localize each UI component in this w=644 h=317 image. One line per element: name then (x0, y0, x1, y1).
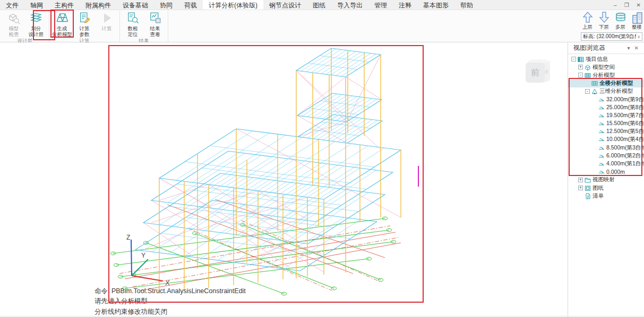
panel-title: 视图浏览器 (573, 43, 625, 52)
menu-item-main-members[interactable]: 主构件 (49, 0, 80, 10)
tree-item-view-mapping[interactable]: + 视图映射 (568, 176, 644, 184)
expander-icon[interactable]: + (578, 178, 583, 182)
generate-analysis-model-button[interactable]: 生成 分析模型 (51, 10, 73, 37)
menu-item-collaboration[interactable]: 协同 (154, 0, 178, 10)
sheet-icon (585, 185, 591, 191)
menu-item-basic-shapes[interactable]: 基本图形 (417, 0, 454, 10)
view-tools: 上层 下层 多层 整楼 (580, 11, 644, 31)
tree-item-level-3[interactable]: 8.500m(第3自然层) (568, 144, 644, 152)
level-icon (598, 120, 605, 127)
tree-item-model-space[interactable]: + 模型空间 (568, 63, 644, 71)
menu-item-grid[interactable]: 轴网 (24, 0, 49, 10)
level-icon (598, 153, 605, 159)
view-cube[interactable]: 右 前 (526, 60, 550, 84)
restore-button[interactable]: ❐ (624, 2, 629, 8)
command-line-3: 分析线约束修改功能关闭 (95, 307, 246, 317)
tree-item-project-info[interactable]: - 项目信息 (568, 55, 644, 63)
project-info-icon (578, 56, 584, 63)
structural-wireframe-model[interactable]: Z Y X (109, 46, 423, 302)
level-icon (598, 112, 605, 119)
whole-building-button[interactable]: 整楼 (630, 11, 644, 31)
command-line-output: 命令: PBBim.Tool.Struct.AnalysisLineConstr… (95, 286, 246, 317)
floor-slab-outlines (135, 48, 401, 271)
level-icon (598, 161, 605, 167)
ribbon-group-results: 数检 定位 结果 查看 结果 (120, 10, 168, 42)
folder-icon (585, 177, 591, 183)
menu-item-equipment-foundation[interactable]: 设备基础 (117, 0, 154, 10)
level-icon (598, 104, 605, 111)
tree-item-level-7[interactable]: 19.500m(第7自然层) (568, 111, 644, 119)
menu-item-loads[interactable]: 荷载 (178, 0, 203, 10)
arrow-up-icon (582, 11, 594, 24)
truss-icon (55, 11, 69, 25)
upper-floor-button[interactable]: 上层 (580, 11, 595, 31)
divide-design-layer-button[interactable]: 划分 设计层 (25, 10, 47, 37)
command-line-1: 命令: PBBim.Tool.Struct.AnalysisLineConstr… (95, 286, 246, 296)
ribbon-group-design-layer: 模型 检查 划分 设计层 设计层 (1, 10, 49, 42)
panel-header: 视图浏览器 ▾ ✕ (568, 42, 644, 54)
expander-icon[interactable]: - (578, 73, 583, 77)
menu-item-analysis-selected[interactable]: 计算分析(体验版) (203, 0, 263, 10)
calculate-button[interactable]: 计算 (96, 10, 118, 31)
close-button[interactable]: ✕ (637, 2, 641, 8)
level-icon (598, 128, 605, 135)
command-line-2: 请先进入分析模型 (95, 296, 246, 306)
calculation-parameters-button[interactable]: 计算 参数 (73, 10, 96, 37)
data-check-locate-button[interactable]: 数检 定位 (122, 10, 144, 37)
document-magnifier-icon (126, 11, 140, 25)
document-chart-icon (148, 11, 162, 25)
tree-item-level-9[interactable]: 32.000m(第9自然层) (568, 95, 644, 103)
tree-item-list[interactable]: 清单 (568, 192, 644, 200)
level-icon (598, 169, 605, 175)
menu-item-attached-members[interactable]: 附属构件 (80, 0, 117, 10)
tree-item-3d-analysis-model[interactable]: - 三维分析模型 (568, 87, 644, 95)
view-cube-front-face[interactable]: 前 (526, 63, 545, 83)
grid-axis-bubbles (111, 217, 396, 295)
tree-item-level-2[interactable]: 6.000m(第2自然层) (568, 152, 644, 160)
tree-item-drawings[interactable]: + 图纸 (568, 184, 644, 192)
tree-item-level-0[interactable]: 0.000m (568, 168, 644, 176)
multi-floor-button[interactable]: 多层 (613, 11, 628, 31)
document-icon (585, 193, 591, 199)
tree-item-whole-building-analysis-model[interactable]: 全楼分析模型 (568, 80, 644, 87)
expander-icon[interactable]: + (578, 186, 583, 190)
three-d-model-icon (591, 88, 598, 94)
menu-item-drawings[interactable]: 图纸 (307, 0, 331, 10)
view-browser-panel: 视图浏览器 ▾ ✕ - 项目信息 + 模型空间 - 分析模型 (568, 42, 644, 317)
model-check-button[interactable]: 模型 检查 (3, 10, 25, 37)
expander-icon[interactable]: - (585, 89, 590, 94)
minimize-button[interactable]: – (614, 2, 617, 8)
tree-item-level-1[interactable]: 4.000m(第1自然层) (568, 160, 644, 168)
arrow-down-icon (598, 11, 610, 24)
tree-item-analysis-model[interactable]: - 分析模型 (568, 71, 644, 79)
panel-collapse-icon[interactable]: ▾ (625, 45, 632, 51)
expander-icon[interactable]: - (571, 57, 576, 61)
menu-item-help[interactable]: 帮助 (454, 0, 479, 10)
panel-close-icon[interactable]: ✕ (632, 45, 641, 51)
axis-y-label: Y (141, 252, 145, 259)
axis-x-label: X (165, 279, 170, 287)
level-icon (598, 145, 605, 151)
menu-item-import-export[interactable]: 导入导出 (331, 0, 368, 10)
menu-item-manage[interactable]: 管理 (368, 0, 393, 10)
analysis-model-icon (585, 72, 591, 78)
document-pen-icon (78, 11, 91, 25)
menu-item-file[interactable]: 文件 (0, 0, 24, 10)
ribbon-group-calculation: 生成 分析模型 计算 参数 计算 计算 (49, 10, 120, 42)
menu-item-annotation[interactable]: 注释 (393, 0, 417, 10)
tree-item-level-8[interactable]: 25.000m(第8自然层) (568, 103, 644, 111)
multi-layer-icon (615, 11, 626, 24)
level-icon (598, 96, 605, 103)
play-icon (100, 11, 114, 25)
tree-item-level-4[interactable]: 10.000m(第4自然层) (568, 136, 644, 144)
chevron-down-icon: ∨ (636, 34, 640, 39)
elevation-combobox[interactable]: 标高: (32.000m(第9自然层)) ∨ (581, 32, 642, 41)
view-browser-tree: - 项目信息 + 模型空间 - 分析模型 全楼分析模型 - (568, 54, 644, 200)
tree-item-level-6[interactable]: 15.500m(第6自然层) (568, 120, 644, 128)
tree-item-level-5[interactable]: 12.500m(第5自然层) (568, 128, 644, 136)
menu-item-steel-joint[interactable]: 钢节点设计 (263, 0, 307, 10)
result-view-button[interactable]: 结果 查看 (144, 10, 166, 37)
lower-floor-button[interactable]: 下层 (597, 11, 611, 31)
level-icon (598, 136, 605, 143)
expander-icon[interactable]: + (578, 65, 583, 69)
